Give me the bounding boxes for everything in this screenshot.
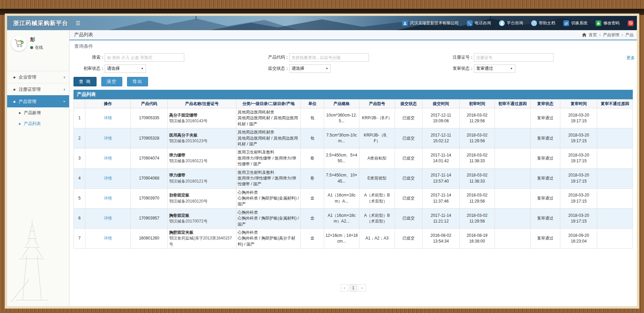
table-row: 5 详情 170903970 肋骨固定板 鄂汉械备20160120号 心胸外科类… (74, 188, 633, 208)
detail-link[interactable]: 详情 (104, 116, 112, 120)
query-row-1: 搜索： 产品代码： 注册证号： 更多 (74, 52, 633, 63)
sidebar-item-enterprise[interactable]: ◆ 企业管理 ‹ (7, 71, 69, 83)
re-reject-reason-cell (597, 188, 633, 208)
logout-button[interactable] (628, 20, 633, 26)
topbar-links: 武汉克瑞普新技术有限公司 电话咨询 平台咨询 ? 帮助文档 (402, 20, 637, 26)
hamburger-menu-icon[interactable]: ☰ (76, 20, 80, 26)
sidebar-item-product[interactable]: ◆ 产品管理 › (7, 95, 69, 107)
re-reject-reason-cell (597, 208, 633, 228)
clear-button[interactable]: 清空 (101, 77, 122, 86)
phone-icon (467, 20, 473, 26)
breadcrumb-product-mgmt[interactable]: 产品管理 (603, 32, 619, 38)
change-password-link[interactable]: 修改密码 (596, 20, 620, 26)
spec-cell: 12×16cm；14×18cm... (324, 229, 359, 249)
reg-no-input[interactable] (474, 53, 554, 62)
prev-page-button[interactable]: ‹ (341, 284, 348, 292)
product-code-cell: 170903957 (131, 208, 168, 228)
table-row: 7 详情 160801260 胸腔固定夹板 鄂汉食药监械(准字2013第1640… (74, 229, 633, 249)
first-reject-reason-cell (495, 229, 531, 249)
detail-link[interactable]: 详情 (104, 236, 112, 241)
product-code-input[interactable] (289, 53, 369, 62)
table-row: 3 详情 170904074 弹力绷带 鄂汉械备20160121号 医用卫生材料… (74, 148, 633, 168)
pagoda-watermark (9, 215, 60, 303)
switch-system-link[interactable]: 切换系统 (563, 20, 587, 26)
re-review-label: 复审状态： (443, 66, 474, 71)
next-page-button[interactable]: › (358, 284, 366, 292)
detail-link[interactable]: 详情 (104, 216, 112, 221)
breadcrumb-current[interactable]: 产品 (625, 32, 633, 38)
help-doc-link[interactable]: ? 帮助文档 (531, 20, 555, 26)
product-reg-no: 鄂汉食药监械(准字2013第1640157号 (169, 235, 234, 247)
submit-time-cell: 2017-11-14 11:37:46 (422, 188, 459, 208)
product-code-cell: 170905335 (131, 108, 168, 128)
sidebar-item-product-add[interactable]: ◆ 产品新增 (7, 107, 69, 118)
sidebar-item-product-list[interactable]: ◆ 产品列表 (7, 118, 69, 129)
spec-cell: A1（16cm×18cm）A2... (324, 208, 359, 228)
sidebar: 彭 在线 ◆ 企业管理 ‹ ◆ 注册证管理 ‹ (7, 30, 69, 306)
model-cell: A1；A2；A3 (359, 229, 395, 249)
name-cell: 弹力绷带 鄂汉械备20160121号 (168, 148, 236, 168)
export-button[interactable]: 导出 (127, 77, 148, 86)
chevron-left-icon: ‹ (64, 75, 65, 80)
model-cell: A（术前型）B（术后型） (359, 208, 395, 228)
model-cell: KRP/JB-（B.F） (359, 108, 395, 128)
col-model: 产品型号 (359, 100, 395, 108)
row-index: 6 (74, 208, 85, 228)
re-reject-reason-cell (597, 128, 633, 148)
platform-consult-link[interactable]: 平台咨询 (499, 20, 523, 26)
search-input[interactable] (105, 53, 184, 62)
product-code-cell: 170903970 (131, 188, 168, 208)
spec-cell: A1（16cm×18cm）A... (324, 188, 359, 208)
detail-link[interactable]: 详情 (104, 156, 112, 161)
product-name: 高分子固定绷带 (169, 112, 234, 118)
re-reject-reason-cell (597, 148, 633, 168)
detail-link[interactable]: 详情 (104, 136, 112, 141)
lock-icon (596, 20, 601, 26)
product-code-cell: 170904074 (131, 148, 168, 168)
model-cell: KRP/JB-（B、F） (359, 128, 395, 148)
unit-cell: 包 (301, 128, 324, 148)
re-review-status-cell: 复审通过 (530, 148, 560, 168)
product-reg-no: 鄂汉械备20130123号 (169, 138, 234, 144)
query-button[interactable]: 查 询 (74, 77, 97, 86)
detail-link[interactable]: 详情 (104, 196, 112, 201)
phone-consult-link[interactable]: 电话咨询 (467, 20, 491, 26)
sidebar-item-registration[interactable]: ◆ 注册证管理 ‹ (7, 83, 69, 95)
submit-time-cell: 2017-12-11 15:09:06 (422, 108, 459, 128)
first-reject-reason-cell (495, 108, 531, 128)
table-row: 4 详情 170904068 弹力绷带 鄂汉械备20160121号 医用卫生材料… (74, 168, 633, 188)
product-submenu: ◆ 产品新增 ◆ 产品列表 (7, 107, 69, 129)
col-action: 操作 (85, 100, 131, 108)
caret-down-icon: ▼ (510, 67, 513, 70)
re-review-select[interactable]: 复审通过 ▼ (474, 64, 515, 73)
unit-cell: 包 (301, 108, 324, 128)
re-review-time-cell: 2018-03-20 19:17:15 (560, 108, 597, 128)
col-spec: 产品规格 (324, 100, 359, 108)
avatar (11, 36, 27, 51)
row-index: 5 (74, 188, 85, 208)
submit-status-label: 提交状态： (258, 66, 289, 71)
browser-window: 浙江药械采购新平台 ☰ 武汉克瑞普新技术有限公司 电话咨询 平台咨询 (5, 14, 639, 309)
breadcrumb: 首页 › 产品管理 › 产品 (582, 32, 633, 38)
product-code-cell: 170904068 (131, 168, 168, 188)
page-title: 产品列表 (74, 32, 93, 38)
col-submit-time: 提交时间 (422, 100, 459, 108)
company-account-link[interactable]: 武汉克瑞普新技术有限公司 (402, 20, 459, 26)
unit-cell: 卷 (301, 148, 324, 168)
product-table-body: 1 详情 170905335 高分子固定绷带 鄂汉械备20160143号 其他周… (74, 108, 633, 249)
breadcrumb-home[interactable]: 首页 (589, 32, 597, 38)
table-header: 操作 产品代码 产品名称/注册证号 分类/一级目录/二级目录/产地 单位 产品规… (74, 100, 633, 108)
submit-status-cell: 已提交 (395, 168, 422, 188)
reg-no-label: 注册证号： (443, 55, 474, 60)
submit-status-select[interactable]: 请选择 ▼ (289, 64, 331, 73)
detail-link[interactable]: 详情 (104, 176, 112, 181)
user-status: 在线 (30, 45, 43, 50)
name-cell: 高分子固定绷带 鄂汉械备20160143号 (168, 108, 236, 128)
more-link[interactable]: 更多 (626, 55, 635, 61)
current-page[interactable]: 1 (350, 284, 357, 292)
first-review-select[interactable]: 请选择 ▼ (105, 64, 146, 73)
re-review-time-cell: 2018-03-20 19:17:15 (560, 128, 597, 148)
first-review-time-cell: 2016-08-19 16:38:00 (459, 229, 495, 249)
product-name: 医用高分子夹板 (169, 132, 234, 138)
model-cell: A（术前型）B（术后型） (359, 188, 395, 208)
